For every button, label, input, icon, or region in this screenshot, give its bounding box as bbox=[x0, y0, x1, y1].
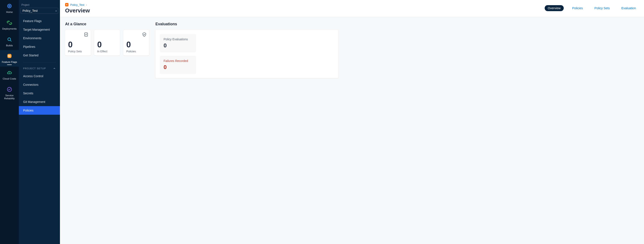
sidebar-section-project-setup[interactable]: PROJECT SETUP bbox=[19, 63, 60, 72]
sidebar-item-policies[interactable]: Policies bbox=[19, 106, 60, 115]
glance-cards: 0 Policy Sets 0 In Effect 0 Policies bbox=[65, 30, 149, 56]
evaluations-section: Evaluations Policy Evaluations 0 Failure… bbox=[156, 22, 639, 239]
glance-card-in-effect: 0 In Effect bbox=[94, 30, 120, 56]
glance-card-policies: 0 Policies bbox=[123, 30, 149, 56]
rail-item-builds[interactable]: Builds bbox=[0, 34, 19, 50]
chevron-double-right-icon: » bbox=[55, 9, 56, 13]
rail-label: Home bbox=[6, 11, 13, 14]
main-body: At a Glance 0 Policy Sets 0 In Effect bbox=[60, 17, 644, 244]
breadcrumb: Policy_Test › bbox=[65, 3, 90, 7]
sidebar-item-environments[interactable]: Environments bbox=[19, 34, 60, 43]
tab-policies[interactable]: Policies bbox=[569, 5, 586, 11]
page-title: Overview bbox=[65, 7, 90, 14]
sidebar-item-feature-flags[interactable]: Feature Flags bbox=[19, 17, 60, 25]
eval-card-failures-recorded: Failures Recorded 0 bbox=[160, 56, 196, 74]
doc-check-icon bbox=[84, 32, 89, 37]
svg-text:$: $ bbox=[9, 72, 10, 74]
project-selector[interactable]: Policy_Test » bbox=[20, 8, 58, 14]
evaluations-title: Evaluations bbox=[156, 22, 639, 26]
sidebar-item-pipelines[interactable]: Pipelines bbox=[19, 43, 60, 51]
tab-policy-sets[interactable]: Policy Sets bbox=[592, 5, 613, 11]
rail-item-feature-flags[interactable]: Feature Flags bbox=[0, 50, 19, 67]
glance-value: 0 bbox=[97, 40, 117, 49]
svg-point-2 bbox=[8, 21, 9, 22]
sidebar-item-git-management[interactable]: Git Management bbox=[19, 98, 60, 106]
feature-flags-small-icon bbox=[65, 3, 68, 7]
glance-value: 0 bbox=[126, 40, 146, 49]
builds-icon bbox=[6, 37, 12, 43]
eval-label: Failures Recorded bbox=[164, 59, 192, 63]
header-tabs: Overview Policies Policy Sets Evaluation bbox=[545, 3, 639, 11]
deployments-icon bbox=[6, 20, 12, 26]
tab-evaluation[interactable]: Evaluation bbox=[618, 5, 639, 11]
chevron-up-icon bbox=[53, 67, 56, 70]
icon-rail: Home Deployments Builds Feature Flags $ … bbox=[0, 0, 19, 244]
sidebar-divider bbox=[23, 62, 56, 62]
section-header-label: PROJECT SETUP bbox=[23, 67, 46, 70]
svg-point-1 bbox=[9, 5, 10, 7]
svg-point-7 bbox=[10, 56, 10, 57]
eval-value: 0 bbox=[164, 42, 192, 49]
rail-label: Feature Flags bbox=[2, 61, 17, 64]
project-name: Policy_Test bbox=[22, 9, 38, 13]
svg-point-0 bbox=[8, 4, 11, 8]
project-label: Project bbox=[19, 4, 60, 8]
at-a-glance-title: At a Glance bbox=[65, 22, 149, 26]
shield-check-icon bbox=[142, 32, 147, 37]
tab-overview[interactable]: Overview bbox=[545, 5, 564, 11]
service-reliability-icon bbox=[6, 86, 12, 92]
rail-label: Cloud Costs bbox=[3, 77, 16, 80]
main-header: Policy_Test › Overview Overview Policies… bbox=[60, 0, 644, 17]
sidebar-item-secrets[interactable]: Secrets bbox=[19, 89, 60, 98]
svg-point-11 bbox=[67, 5, 67, 5]
rail-item-home[interactable]: Home bbox=[0, 0, 19, 17]
rail-label: Deployments bbox=[2, 28, 16, 31]
eval-label: Policy Evaluations bbox=[164, 38, 192, 41]
eval-value: 0 bbox=[164, 64, 192, 71]
glance-label: Policies bbox=[126, 50, 146, 53]
breadcrumb-project-link[interactable]: Policy_Test bbox=[70, 3, 84, 7]
sidebar-item-target-management[interactable]: Target Management bbox=[19, 25, 60, 34]
eval-card-policy-evaluations: Policy Evaluations 0 bbox=[160, 34, 196, 52]
evaluations-panel: Policy Evaluations 0 Failures Recorded 0 bbox=[156, 30, 338, 78]
chevron-right-icon: › bbox=[86, 3, 87, 7]
rail-item-cloud-costs[interactable]: $ Cloud Costs bbox=[0, 67, 19, 83]
svg-point-3 bbox=[10, 24, 10, 25]
glance-label: In Effect bbox=[97, 50, 117, 53]
glance-card-policy-sets: 0 Policy Sets bbox=[65, 30, 91, 56]
at-a-glance-section: At a Glance 0 Policy Sets 0 In Effect bbox=[65, 22, 149, 239]
cloud-costs-icon: $ bbox=[6, 70, 12, 76]
main-area: Policy_Test › Overview Overview Policies… bbox=[60, 0, 644, 244]
glance-value: 0 bbox=[68, 40, 88, 49]
rail-label: Builds bbox=[6, 44, 13, 47]
sidebar-item-get-started[interactable]: Get Started bbox=[19, 51, 60, 60]
rail-item-service-reliability[interactable]: Service Reliability bbox=[0, 83, 19, 103]
sidebar-item-connectors[interactable]: Connectors bbox=[19, 80, 60, 89]
rail-item-deployments[interactable]: Deployments bbox=[0, 17, 19, 34]
feature-flags-icon bbox=[6, 53, 12, 59]
rail-label: Service Reliability bbox=[4, 94, 14, 100]
sidebar-item-access-control[interactable]: Access Control bbox=[19, 72, 60, 80]
sidebar: Project Policy_Test » Feature Flags Targ… bbox=[19, 0, 60, 244]
glance-label: Policy Sets bbox=[68, 50, 88, 53]
home-icon bbox=[6, 3, 12, 9]
